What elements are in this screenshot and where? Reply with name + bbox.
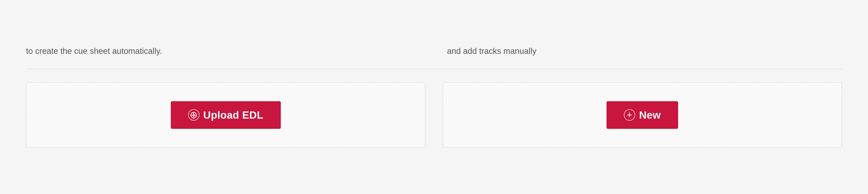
subtitle-right-text: and add tracks manually [447, 47, 536, 56]
subtitle-left-text: to create the cue sheet automatically. [26, 47, 162, 56]
new-button[interactable]: + New [607, 101, 678, 129]
cards-row: ⊕ Upload EDL + New [26, 82, 842, 147]
subtitle-right: and add tracks manually [434, 47, 842, 56]
subtitle-row: to create the cue sheet automatically. a… [26, 47, 842, 56]
new-label: New [639, 109, 661, 121]
section-divider [26, 69, 842, 69]
plus-icon: + [624, 109, 635, 120]
page-container: to create the cue sheet automatically. a… [0, 0, 868, 194]
upload-edl-card: ⊕ Upload EDL [26, 82, 425, 147]
upload-edl-label: Upload EDL [203, 109, 264, 121]
upload-edl-button[interactable]: ⊕ Upload EDL [171, 101, 281, 129]
new-card: + New [443, 82, 842, 147]
subtitle-left: to create the cue sheet automatically. [26, 47, 434, 56]
upload-icon: ⊕ [188, 109, 199, 120]
